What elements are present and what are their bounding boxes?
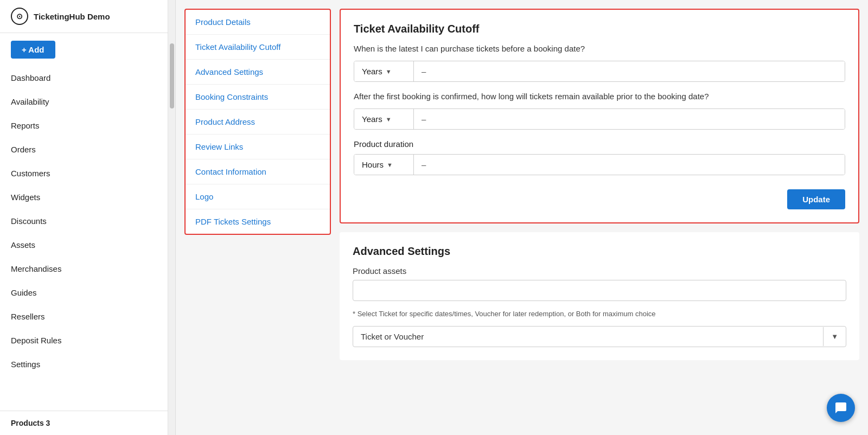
ticket-cutoff-card: Ticket Availability Cutoff When is the l… xyxy=(340,9,859,223)
ticket-cutoff-dropdown3-value: Hours xyxy=(362,160,384,169)
chevron-down-icon-2: ▼ xyxy=(386,116,392,123)
ticket-cutoff-question1: When is the latest I can purchase ticket… xyxy=(354,44,845,53)
scrollbar-thumb[interactable] xyxy=(170,43,174,108)
sidebar-item-widgets[interactable]: Widgets xyxy=(0,185,168,209)
sidebar-item-merchandises[interactable]: Merchandises xyxy=(0,257,168,281)
right-area: Ticket Availability Cutoff When is the l… xyxy=(340,9,859,426)
sidebar-item-discounts[interactable]: Discounts xyxy=(0,209,168,233)
sidebar-item-settings[interactable]: Settings xyxy=(0,353,168,376)
update-button[interactable]: Update xyxy=(787,189,845,209)
sidebar-item-orders[interactable]: Orders xyxy=(0,138,168,162)
nav-panel-item-review-links[interactable]: Review Links xyxy=(186,135,330,159)
advanced-settings-card: Advanced Settings Product assets * Selec… xyxy=(340,232,859,360)
ticket-cutoff-value3: – xyxy=(414,155,845,175)
ticket-cutoff-dropdown1[interactable]: Years ▼ xyxy=(354,61,414,81)
ticket-cutoff-dropdown3[interactable]: Hours ▼ xyxy=(354,155,414,175)
sidebar-item-resellers[interactable]: Resellers xyxy=(0,305,168,329)
sidebar-item-dashboard[interactable]: Dashboard xyxy=(0,66,168,90)
nav-panel-item-pdf-tickets[interactable]: PDF Tickets Settings xyxy=(186,209,330,234)
product-assets-label: Product assets xyxy=(353,266,846,276)
sidebar-item-customers[interactable]: Customers xyxy=(0,162,168,185)
ticket-cutoff-field2: Years ▼ – xyxy=(354,108,845,130)
chevron-down-icon-3: ▼ xyxy=(387,162,393,168)
advanced-settings-note: * Select Ticket for specific dates/times… xyxy=(353,309,846,319)
advanced-settings-title: Advanced Settings xyxy=(353,245,846,258)
product-assets-input[interactable] xyxy=(353,280,846,301)
nav-panel-item-logo[interactable]: Logo xyxy=(186,184,330,209)
sidebar-item-guides[interactable]: Guides xyxy=(0,281,168,305)
nav-panel-item-ticket-cutoff[interactable]: Ticket Availability Cutoff xyxy=(186,35,330,60)
ticket-cutoff-dropdown1-value: Years xyxy=(362,67,382,76)
ticket-or-voucher-dropdown[interactable]: Ticket or Voucher ▼ xyxy=(353,326,846,347)
sidebar-logo: ⊙ TicketingHub Demo xyxy=(0,0,168,33)
main-content: Product Details Ticket Availability Cuto… xyxy=(176,0,868,435)
product-duration-label: Product duration xyxy=(354,139,845,149)
nav-panel-item-product-details[interactable]: Product Details xyxy=(186,10,330,35)
logo-icon: ⊙ xyxy=(11,8,28,25)
chat-icon xyxy=(834,401,847,414)
sidebar: ⊙ TicketingHub Demo + Add Dashboard Avai… xyxy=(0,0,168,435)
sidebar-item-assets[interactable]: Assets xyxy=(0,233,168,257)
ticket-cutoff-dropdown2[interactable]: Years ▼ xyxy=(354,109,414,129)
chevron-down-icon-4: ▼ xyxy=(823,327,846,346)
logo-text: TicketingHub Demo xyxy=(34,12,110,21)
sidebar-item-availability[interactable]: Availability xyxy=(0,90,168,114)
ticket-cutoff-dropdown2-value: Years xyxy=(362,114,382,124)
sidebar-nav: Dashboard Availability Reports Orders Cu… xyxy=(0,66,168,376)
ticket-cutoff-question2: After the first booking is confirmed, ho… xyxy=(354,92,845,101)
ticket-cutoff-field1: Years ▼ – xyxy=(354,61,845,82)
chevron-down-icon: ▼ xyxy=(386,68,392,75)
nav-panel: Product Details Ticket Availability Cuto… xyxy=(184,9,331,235)
nav-panel-item-booking-constraints[interactable]: Booking Constraints xyxy=(186,85,330,110)
ticket-cutoff-value2: – xyxy=(414,109,845,129)
scrollbar-container[interactable] xyxy=(168,0,176,435)
sidebar-item-deposit-rules[interactable]: Deposit Rules xyxy=(0,329,168,353)
ticket-cutoff-field3: Hours ▼ – xyxy=(354,154,845,175)
ticket-or-voucher-value: Ticket or Voucher xyxy=(353,327,823,347)
nav-panel-item-contact-information[interactable]: Contact Information xyxy=(186,159,330,184)
sidebar-item-reports[interactable]: Reports xyxy=(0,114,168,138)
add-button[interactable]: + Add xyxy=(11,41,55,59)
ticket-cutoff-title: Ticket Availability Cutoff xyxy=(354,23,845,35)
nav-panel-item-product-address[interactable]: Product Address xyxy=(186,110,330,135)
products-label: Products 3 xyxy=(0,411,168,435)
nav-panel-item-advanced-settings[interactable]: Advanced Settings xyxy=(186,60,330,85)
chat-button[interactable] xyxy=(827,394,855,422)
ticket-cutoff-value1: – xyxy=(414,61,845,81)
